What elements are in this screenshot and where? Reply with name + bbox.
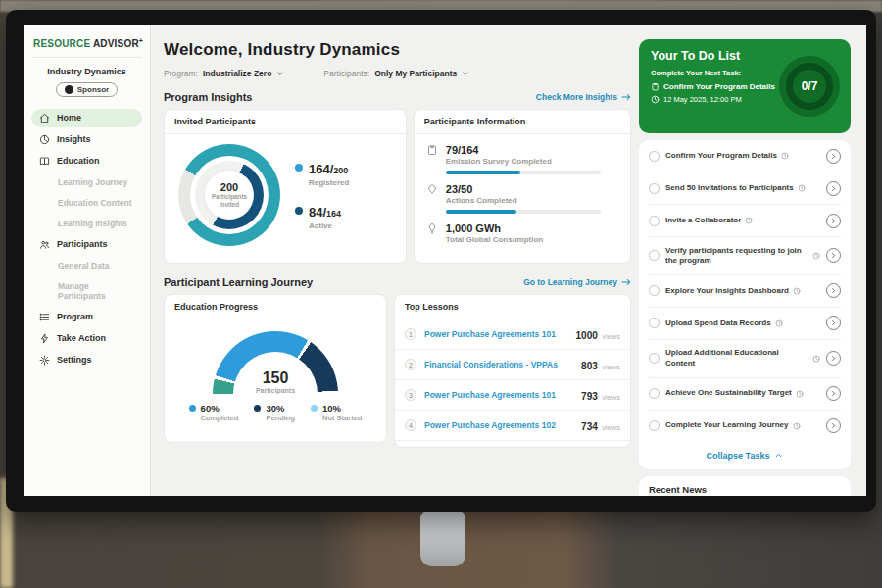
not-started-dot [311,405,318,412]
todo-item-open-button[interactable] [826,351,841,366]
sidebar-item-learning-insights[interactable]: Learning Insights [31,215,142,232]
stat-emission-survey: 79/164 Emission Survey Completed [426,144,618,174]
todo-item-label: Complete Your Learning Journey [665,420,789,430]
todo-due-date-label: 12 May 2025, 12:00 PM [663,95,742,104]
invited-participants-donut-chart: 200 Participants Invited [178,144,280,246]
actions-completed-progress-bar [446,210,601,214]
sidebar-item-learning-journey[interactable]: Learning Journey [31,173,142,191]
lesson-link[interactable]: Financial Considerations - VPPAs [424,360,573,369]
todo-item-open-button[interactable] [826,283,841,298]
lesson-views-count: 793 [581,391,598,402]
pending-label: Pending [266,414,295,422]
lesson-views-count: 803 [581,361,598,371]
pending-clock-icon [793,422,801,430]
todo-checkbox[interactable] [649,420,660,431]
todo-item-open-button[interactable] [826,248,841,263]
todo-item: Explore Your Insights Dashboard [649,275,841,308]
todo-item-open-button[interactable] [826,181,841,196]
sponsor-badge-label: Sponsor [77,85,109,94]
gauge-center-value: 150 [213,369,338,387]
todo-checkbox[interactable] [649,250,660,261]
go-to-learning-journey-link[interactable]: Go to Learning Journey [523,277,631,287]
todo-checkbox[interactable] [649,183,660,194]
sidebar-item-manage-participants[interactable]: Manage Participants [31,277,142,305]
todo-item-open-button[interactable] [826,316,841,330]
lesson-link[interactable]: Power Purchase Agreements 101 [424,329,568,339]
check-more-insights-label: Check More Insights [536,92,617,102]
pending-value: 30% [266,403,295,414]
lesson-row: 2 Financial Considerations - VPPAs 803 v… [395,350,630,380]
chevron-right-icon [830,355,837,362]
program-icon [39,312,50,322]
donut-center-label: Participants [212,193,247,202]
sidebar-item-participants[interactable]: Participants [31,235,142,254]
pending-clock-icon [812,355,820,363]
stat-label: Actions Completed [446,196,601,205]
check-more-insights-link[interactable]: Check More Insights [536,92,631,102]
todo-item-open-button[interactable] [826,418,841,433]
todo-checkbox[interactable] [649,285,660,296]
sidebar-item-home[interactable]: Home [31,109,142,127]
survey-icon [426,144,438,156]
sidebar-item-take-action[interactable]: Take Action [31,329,142,348]
room-background: RESOURCE ADVISOR+ Industry Dynamics Spon… [0,0,882,588]
lesson-link[interactable]: Power Purchase Agreements 102 [424,420,573,430]
lesson-views-suffix: views [602,393,620,402]
stat-global-consumption: 1,000 GWh Total Global Consumption [426,222,618,244]
todo-checkbox[interactable] [649,318,660,328]
todo-progress-ring: 0/7 [779,56,840,117]
sidebar-item-settings[interactable]: Settings [31,351,142,369]
actions-icon [426,183,438,195]
participants-information-body: 79/164 Emission Survey Completed 23/50 A… [415,134,630,244]
todo-checkbox[interactable] [649,216,660,226]
todo-item: Verify participants requesting to join t… [649,237,841,275]
lesson-rank: 3 [405,389,416,401]
todo-checkbox[interactable] [649,353,660,364]
lesson-row: 1 Power Purchase Agreements 101 1000 vie… [395,319,630,350]
sidebar-item-general-data[interactable]: General Data [31,257,142,274]
pending-clock-icon [812,252,820,260]
todo-item: Achieve One Sustainability Target [649,378,841,411]
education-progress-gauge-chart: 150 Participants [213,331,338,394]
todo-item-label: Verify participants requesting to join t… [665,246,808,267]
todo-item: Invite a Collaborator [649,205,841,237]
program-filter-dropdown[interactable]: Program: Industrialize Zero [164,69,284,78]
program-filter-label: Program: [164,69,198,78]
chevron-right-icon [830,153,837,160]
lesson-rank: 2 [405,359,416,370]
todo-item-label: Invite a Collaborator [665,216,741,225]
page-title: Welcome, Industry Dynamics [164,40,631,60]
lesson-link[interactable]: Power Purchase Agreements 101 [424,390,573,400]
collapse-tasks-link[interactable]: Collapse Tasks [649,442,841,469]
lesson-views-count: 734 [581,421,598,432]
sidebar-item-label: Program [57,312,93,321]
sidebar-item-program[interactable]: Program [31,308,142,326]
app-logo: RESOURCE ADVISOR+ [31,35,142,58]
program-filter-value: Industrialize Zero [203,69,271,78]
lesson-row: 5 Power Purchase Agreements 103 600 view… [395,441,630,448]
sidebar-item-education[interactable]: Education [31,152,142,171]
todo-checkbox[interactable] [649,388,660,399]
todo-summary-card: Your To Do List Complete Your Next Task:… [639,39,851,133]
todo-checkbox[interactable] [649,151,660,162]
arrow-right-icon [621,278,631,286]
todo-item: Upload Spend Data Records [649,308,841,340]
todo-item-label: Achieve One Sustainability Target [665,388,792,398]
chevron-right-icon [830,319,837,326]
insights-icon [39,134,50,145]
todo-item-label: Upload Additional Educational Content [665,348,808,368]
sponsor-icon [65,85,74,94]
todo-item-open-button[interactable] [826,149,841,164]
collapse-tasks-label: Collapse Tasks [707,451,770,461]
completed-value: 60% [201,403,239,414]
todo-item-open-button[interactable] [826,214,841,228]
participants-filter-dropdown[interactable]: Participants: Only My Participants [323,69,469,78]
todo-item: Complete Your Learning Journey [649,411,841,442]
chevron-right-icon [830,287,837,294]
participants-information-title: Participants Information [415,110,630,134]
todo-item-open-button[interactable] [826,386,841,401]
legend-completed: 60% Completed [189,403,239,422]
sidebar-item-education-content[interactable]: Education Content [31,194,142,212]
gauge-center-label: Participants [213,387,338,394]
sidebar-item-insights[interactable]: Insights [31,130,142,149]
